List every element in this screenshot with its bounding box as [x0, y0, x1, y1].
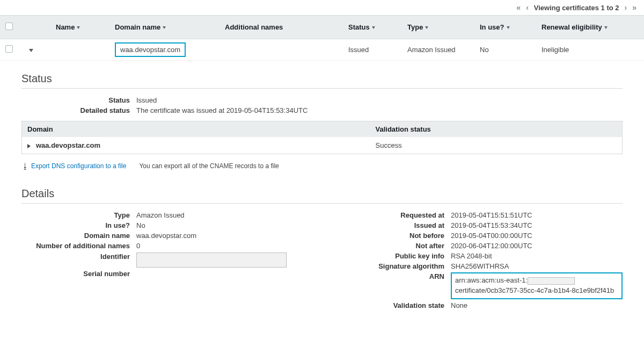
- domain-header: Domain: [22, 121, 370, 138]
- export-row: ⭳ Export DNS configuration to a file You…: [21, 162, 623, 170]
- additional-value: 0: [136, 242, 322, 250]
- notafter-value: 2020-06-04T12:00:00UTC: [451, 242, 623, 250]
- sort-caret-icon: [372, 26, 375, 29]
- header-additional: Additional names: [219, 16, 343, 39]
- section-details-title: Details: [21, 182, 623, 204]
- detailed-status-value: The certificate was issued at 2019-05-04…: [136, 106, 623, 114]
- pki-value: RSA 2048-bit: [451, 252, 623, 260]
- table-row[interactable]: waa.devopstar.com Issued Amazon Issued N…: [0, 39, 644, 61]
- cell-status: Issued: [343, 39, 402, 61]
- identifier-label: Identifier: [21, 253, 136, 268]
- row-checkbox[interactable]: [5, 45, 13, 53]
- export-dns-link[interactable]: Export DNS configuration to a file: [31, 162, 126, 170]
- requested-value: 2019-05-04T15:51:51UTC: [451, 211, 623, 219]
- pagination-label: Viewing certificates 1 to 2: [534, 4, 619, 12]
- header-type[interactable]: Type: [402, 16, 474, 39]
- pki-label: Public key info: [322, 252, 451, 260]
- expand-triangle-icon: [27, 144, 31, 148]
- sig-label: Signature algorithm: [322, 262, 451, 270]
- row-expand-icon[interactable]: [29, 49, 33, 52]
- pagination-bar: « ‹ Viewing certificates 1 to 2 › »: [0, 0, 644, 15]
- page-first-icon[interactable]: «: [516, 3, 521, 12]
- notbefore-value: 2019-05-04T00:00:00UTC: [451, 232, 623, 240]
- requested-label: Requested at: [322, 211, 451, 219]
- sort-caret-icon: [425, 26, 428, 29]
- arn-value: arn:aws:acm:us-east-1:certificate/0cb3c7…: [451, 272, 623, 299]
- cell-renewal: Ineligible: [536, 39, 644, 61]
- additional-label: Number of additional names: [21, 242, 136, 250]
- validation-status-value: Success: [370, 137, 623, 154]
- status-value: Issued: [136, 96, 623, 104]
- download-icon: ⭳: [21, 162, 29, 170]
- header-checkbox[interactable]: [0, 16, 23, 39]
- header-inuse[interactable]: In use?: [474, 16, 536, 39]
- identifier-redacted: [136, 253, 287, 268]
- sort-caret-icon: [163, 26, 166, 29]
- domainname-label: Domain name: [21, 232, 136, 240]
- status-label: Status: [21, 96, 136, 104]
- inuse-value: No: [136, 221, 322, 229]
- domainname-value: waa.devopstar.com: [136, 232, 322, 240]
- domain-row[interactable]: waa.devopstar.com: [22, 137, 370, 154]
- page-prev-icon[interactable]: ‹: [526, 3, 529, 12]
- section-status-title: Status: [21, 67, 623, 89]
- type-value: Amazon Issued: [136, 211, 322, 219]
- cell-inuse: No: [474, 39, 536, 61]
- arn-account-redacted: [528, 277, 575, 285]
- notafter-label: Not after: [322, 242, 451, 250]
- header-domain[interactable]: Domain name: [109, 16, 219, 39]
- sort-caret-icon: [604, 26, 608, 29]
- page-last-icon[interactable]: »: [632, 3, 636, 12]
- detailed-status-label: Detailed status: [21, 106, 136, 114]
- sort-caret-icon: [507, 26, 510, 29]
- header-status[interactable]: Status: [343, 16, 402, 39]
- cell-type: Amazon Issued: [402, 39, 474, 61]
- page-next-icon[interactable]: ›: [625, 3, 627, 12]
- domain-validation-table: Domain Validation status waa.devopstar.c…: [21, 121, 623, 154]
- cell-domain: waa.devopstar.com: [115, 42, 186, 57]
- sig-value: SHA256WITHRSA: [451, 262, 623, 270]
- type-label: Type: [21, 211, 136, 219]
- sort-caret-icon: [77, 26, 80, 29]
- validation-header: Validation status: [370, 121, 623, 138]
- validationstate-value: None: [451, 301, 623, 309]
- arn-label: ARN: [322, 272, 451, 299]
- serial-label: Serial number: [21, 270, 136, 278]
- header-name[interactable]: Name: [50, 16, 109, 39]
- inuse-label: In use?: [21, 221, 136, 229]
- header-renewal[interactable]: Renewal eligibility: [536, 16, 644, 39]
- issued-label: Issued at: [322, 221, 451, 229]
- export-desc: You can export all of the CNAME records …: [139, 162, 279, 170]
- certificates-table: Name Domain name Additional names Status…: [0, 15, 644, 61]
- notbefore-label: Not before: [322, 232, 451, 240]
- validationstate-label: Validation state: [322, 301, 451, 309]
- issued-value: 2019-05-04T15:53:34UTC: [451, 221, 623, 229]
